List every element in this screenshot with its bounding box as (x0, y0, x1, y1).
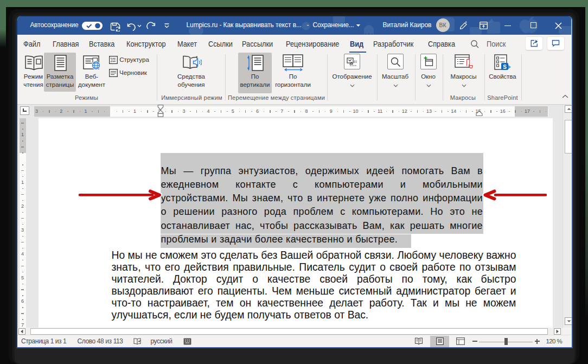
svg-text:S: S (503, 64, 507, 70)
